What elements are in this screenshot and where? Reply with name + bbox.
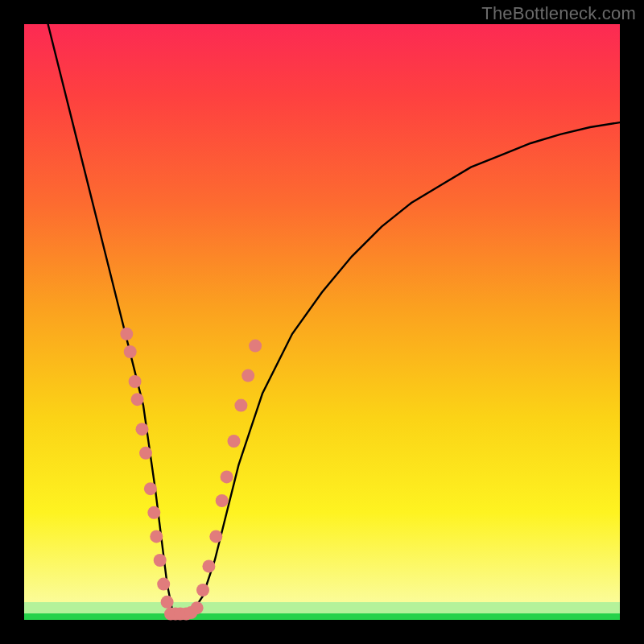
marker-dot	[249, 340, 262, 353]
marker-dot	[221, 470, 233, 483]
marker-dot	[161, 596, 174, 609]
marker-dot	[202, 559, 215, 572]
marker-dot	[191, 601, 204, 614]
marker-dot	[196, 584, 209, 597]
marker-dot	[216, 494, 229, 507]
marker-dot	[120, 328, 133, 341]
marker-dot	[209, 530, 222, 543]
marker-dot	[147, 506, 160, 519]
marker-dot	[228, 435, 241, 448]
marker-dot	[124, 345, 137, 358]
bottleneck-curve	[48, 24, 620, 614]
marker-dot	[131, 393, 144, 406]
marker-dot	[139, 447, 152, 460]
marker-dot	[144, 482, 157, 495]
marker-dot	[234, 399, 247, 412]
marker-dot	[242, 369, 254, 382]
marker-dot	[154, 554, 167, 567]
marker-dots	[120, 328, 262, 621]
watermark-label: TheBottleneck.com	[481, 3, 636, 24]
plot-area	[24, 24, 620, 620]
marker-dot	[136, 423, 149, 436]
marker-dot	[150, 530, 163, 543]
chart-frame: TheBottleneck.com	[0, 0, 644, 644]
curve-layer	[24, 24, 620, 620]
marker-dot	[157, 578, 170, 591]
marker-dot	[129, 375, 142, 388]
